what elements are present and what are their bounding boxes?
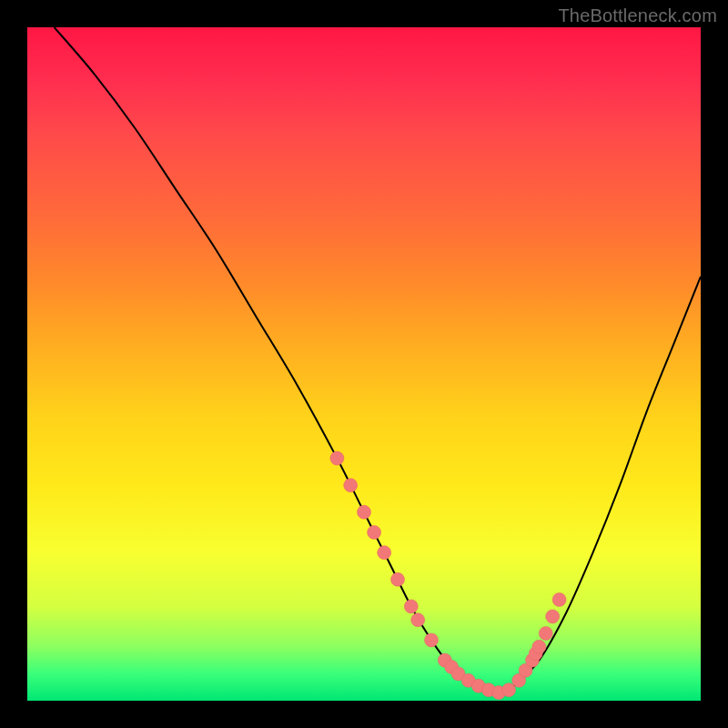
chart-plot-area bbox=[27, 27, 701, 701]
chart-marker bbox=[539, 627, 552, 641]
chart-marker bbox=[404, 600, 418, 613]
chart-marker bbox=[330, 451, 344, 465]
chart-marker bbox=[502, 683, 516, 697]
watermark-text: TheBottleneck.com bbox=[558, 5, 717, 26]
chart-svg bbox=[27, 27, 701, 701]
chart-curve bbox=[55, 27, 701, 693]
chart-marker bbox=[344, 479, 358, 492]
chart-marker bbox=[532, 640, 546, 653]
chart-marker bbox=[552, 593, 566, 607]
chart-marker bbox=[358, 505, 371, 519]
chart-marker bbox=[411, 613, 425, 627]
chart-marker bbox=[368, 526, 381, 540]
chart-marker bbox=[378, 546, 391, 560]
chart-marker bbox=[391, 572, 405, 586]
chart-marker bbox=[425, 633, 439, 647]
chart-markers bbox=[330, 451, 566, 700]
chart-marker bbox=[546, 610, 560, 623]
